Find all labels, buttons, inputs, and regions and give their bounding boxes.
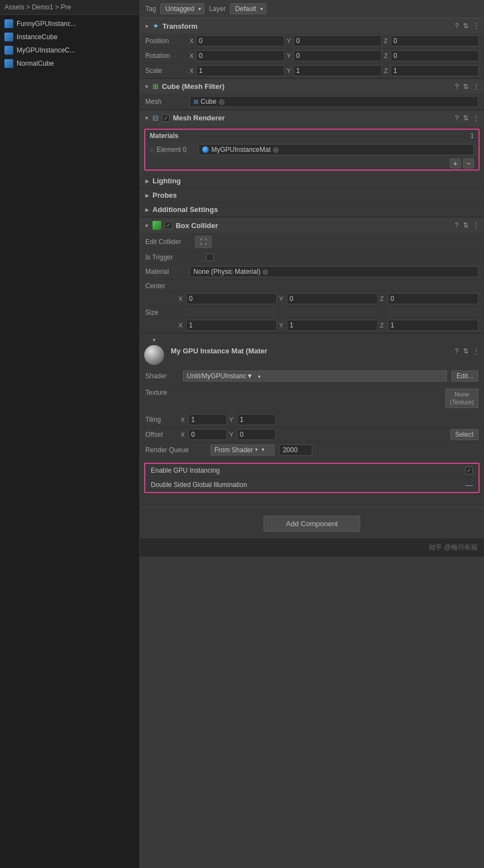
target-icon[interactable]: ◎ — [273, 146, 470, 154]
add-component-button[interactable]: Add Component — [264, 516, 361, 532]
cube-icon — [4, 33, 13, 41]
settings-icon[interactable]: ⇅ — [463, 347, 469, 355]
render-queue-value-input[interactable] — [279, 444, 312, 456]
size-z-input[interactable] — [388, 320, 478, 331]
select-button[interactable]: Select — [450, 429, 478, 440]
list-item[interactable]: MyGPUInstanceC... — [0, 44, 139, 57]
material-value-box: MyGPUInstanceMat ◎ — [198, 144, 474, 155]
material-header: My GPU Instance Mat (Mater ? ⇅ ⋮ — [140, 334, 484, 368]
texture-label: Texture — [145, 389, 441, 396]
physics-material-row: Material None (Physic Material) ◎ — [140, 264, 484, 280]
additional-settings-section[interactable]: Additional Settings — [140, 203, 484, 217]
material-sphere-icon — [202, 146, 209, 153]
size-inputs: X Y Z — [178, 320, 478, 331]
cube-icon — [4, 19, 13, 28]
size-label-row: Size — [140, 306, 484, 318]
target-icon[interactable]: ◎ — [262, 268, 475, 276]
box-collider-actions: ? ⇅ ⋮ — [455, 221, 480, 229]
size-x-input[interactable] — [186, 320, 277, 331]
layer-dropdown[interactable]: Default — [230, 3, 266, 14]
help-icon[interactable]: ? — [455, 221, 459, 229]
transform-title: Transform — [162, 22, 451, 30]
x-axis-label: X — [190, 52, 195, 59]
lighting-arrow — [145, 178, 149, 184]
is-trigger-checkbox[interactable] — [206, 253, 214, 261]
cube-icon — [4, 46, 13, 55]
offset-y-input[interactable] — [237, 429, 276, 440]
lighting-section[interactable]: Lighting — [140, 174, 484, 188]
gpu-instancing-checkbox[interactable] — [465, 467, 473, 474]
settings-icon[interactable]: ⇅ — [463, 22, 469, 30]
settings-icon[interactable]: ⇅ — [463, 114, 469, 122]
list-item[interactable]: FunnyGPUInstanc... — [0, 17, 139, 30]
help-icon[interactable]: ? — [455, 22, 459, 30]
box-collider-checkbox[interactable] — [165, 221, 172, 229]
shader-edit-button[interactable]: Edit... — [451, 371, 478, 382]
tiling-x-input[interactable] — [188, 414, 227, 425]
menu-icon[interactable]: ⋮ — [473, 114, 480, 122]
position-x-group: X — [190, 35, 285, 46]
box-collider-header[interactable]: Box Collider ? ⇅ ⋮ — [140, 218, 484, 233]
settings-icon[interactable]: ⇅ — [463, 221, 469, 229]
center-z-input[interactable] — [388, 293, 478, 304]
menu-icon[interactable]: ⋮ — [473, 347, 480, 355]
render-queue-dropdown[interactable]: From Shader ▼ — [211, 444, 275, 456]
scale-z-group: Z — [384, 65, 479, 76]
tag-dropdown[interactable]: Untagged — [160, 3, 204, 14]
sidebar: Assets > Demo1 > Pre FunnyGPUInstanc... … — [0, 0, 140, 868]
mesh-filter-component: ⊞ Cube (Mesh Filter) ? ⇅ ⋮ Mesh ⊞ Cube ◎ — [140, 79, 484, 110]
position-y-input[interactable] — [293, 35, 382, 46]
list-item[interactable]: InstanceCube — [0, 30, 139, 44]
rotation-y-input[interactable] — [293, 50, 382, 61]
scale-z-input[interactable] — [391, 65, 479, 76]
tiling-y-input[interactable] — [237, 414, 276, 425]
menu-icon[interactable]: ⋮ — [473, 83, 480, 91]
position-row: Position X Y Z — [140, 34, 484, 49]
offset-y-group: Y — [229, 429, 276, 440]
scale-x-input[interactable] — [196, 65, 285, 76]
position-z-input[interactable] — [391, 35, 479, 46]
size-y-group: Y — [279, 320, 377, 331]
center-x-input[interactable] — [186, 293, 277, 304]
help-icon[interactable]: ? — [455, 347, 459, 355]
settings-icon[interactable]: ⇅ — [463, 83, 469, 91]
target-icon[interactable]: ◎ — [219, 98, 475, 105]
z-axis-label: Z — [380, 322, 387, 329]
shader-dropdown[interactable]: Unlit/MyGPUInstanc▼ — [183, 371, 447, 382]
rotation-x-input[interactable] — [196, 50, 285, 61]
menu-icon[interactable]: ⋮ — [473, 221, 480, 229]
mesh-renderer-header[interactable]: ⊟ Mesh Renderer ? ⇅ ⋮ — [140, 110, 484, 125]
probes-section[interactable]: Probes — [140, 188, 484, 203]
add-material-button[interactable]: + — [450, 158, 461, 168]
rotation-z-input[interactable] — [391, 50, 479, 61]
y-axis-label: Y — [229, 416, 236, 423]
size-y-input[interactable] — [287, 320, 377, 331]
material-actions: ? ⇅ ⋮ — [455, 347, 480, 355]
remove-material-button[interactable]: − — [463, 158, 474, 168]
offset-x-input[interactable] — [188, 429, 227, 440]
tiling-x-group: X — [181, 414, 227, 425]
position-x-input[interactable] — [196, 35, 285, 46]
list-item[interactable]: NormalCube — [0, 57, 139, 70]
double-sided-value: — — [465, 480, 473, 489]
center-y-input[interactable] — [287, 293, 377, 304]
mesh-renderer-actions: ? ⇅ ⋮ — [455, 114, 480, 122]
scale-y-input[interactable] — [293, 65, 382, 76]
mesh-value-box: ⊞ Cube ◎ — [190, 96, 478, 107]
shader-row: Shader Unlit/MyGPUInstanc▼ Edit... — [140, 368, 484, 384]
transform-collapse-arrow — [144, 23, 149, 29]
transform-header[interactable]: ✦ Transform ? ⇅ ⋮ — [140, 18, 484, 34]
asset-list: FunnyGPUInstanc... InstanceCube MyGPUIns… — [0, 15, 139, 72]
help-icon[interactable]: ? — [455, 83, 459, 91]
y-axis-label: Y — [229, 431, 236, 438]
add-component-row: Add Component — [140, 509, 484, 538]
mesh-filter-header[interactable]: ⊞ Cube (Mesh Filter) ? ⇅ ⋮ — [140, 79, 484, 94]
edit-collider-button[interactable]: ⛶ — [195, 236, 212, 248]
menu-icon[interactable]: ⋮ — [473, 22, 480, 30]
scale-x-group: X — [190, 65, 285, 76]
mesh-renderer-checkbox[interactable] — [162, 114, 170, 122]
mesh-filter-title: Cube (Mesh Filter) — [162, 82, 451, 91]
help-icon[interactable]: ? — [455, 114, 459, 122]
center-xyz-row: X Y Z — [140, 292, 484, 306]
drag-handle[interactable]: ≡ — [150, 146, 153, 153]
